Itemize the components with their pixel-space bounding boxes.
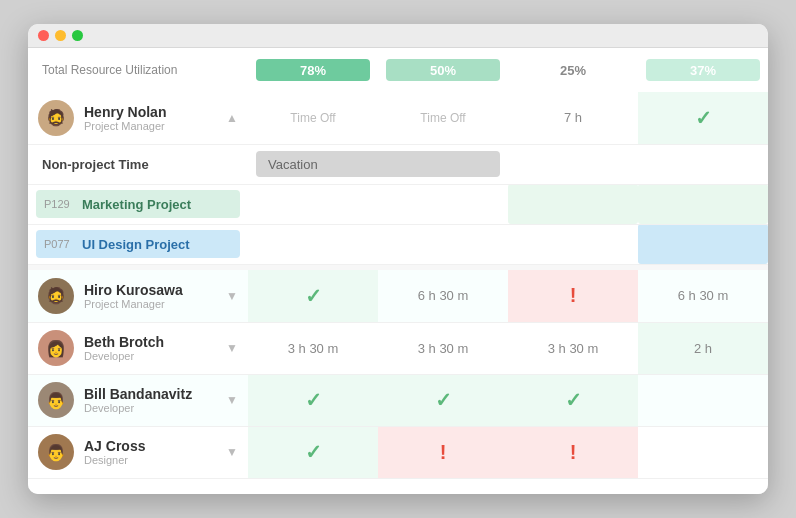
henry-col3: 7 h <box>508 92 638 144</box>
titlebar <box>28 24 768 48</box>
person-role-aj: Designer <box>84 454 216 466</box>
warn-icon-hiro3: ! <box>570 284 577 306</box>
util-col-2: 50% <box>378 48 508 92</box>
avatar-bill: 👨 <box>38 382 74 418</box>
person-row-hiro: 🧔 Hiro Kurosawa Project Manager ▼ ✓ 6 h … <box>28 270 768 322</box>
avatar-henry: 🧔 <box>38 100 74 136</box>
marketing-col1 <box>248 184 378 224</box>
person-cell-bill: 👨 Bill Bandanavitz Developer ▼ <box>28 374 248 426</box>
expand-beth[interactable]: ▼ <box>226 341 238 355</box>
design-col2 <box>378 224 508 264</box>
project-cell-marketing: P129 Marketing Project <box>28 184 248 224</box>
util-col-3: 25% <box>508 48 638 92</box>
hiro-col2: 6 h 30 m <box>378 270 508 322</box>
check-icon-bill3: ✓ <box>565 389 582 411</box>
bill-col1: ✓ <box>248 374 378 426</box>
hiro-col4: 6 h 30 m <box>638 270 768 322</box>
check-icon-aj1: ✓ <box>305 441 322 463</box>
person-name-beth: Beth Brotch <box>84 334 216 350</box>
vacation-cell: Vacation <box>248 144 508 184</box>
person-name-henry: Henry Nolan <box>84 104 216 120</box>
expand-hiro[interactable]: ▼ <box>226 289 238 303</box>
design-col4 <box>638 224 768 264</box>
aj-col2: ! <box>378 426 508 478</box>
util-col-1: 78% <box>248 48 378 92</box>
hiro-col1: ✓ <box>248 270 378 322</box>
main-content: Total Resource Utilization 78% 50% 25% <box>28 48 768 494</box>
marketing-col3 <box>508 184 638 224</box>
app-window: Total Resource Utilization 78% 50% 25% <box>28 24 768 494</box>
util-bar-2: 50% <box>386 59 500 81</box>
non-project-col4 <box>638 144 768 184</box>
henry-col2: Time Off <box>378 92 508 144</box>
project-row-design: P077 UI Design Project <box>28 224 768 264</box>
person-name-bill: Bill Bandanavitz <box>84 386 216 402</box>
design-col3 <box>508 224 638 264</box>
avatar-hiro: 🧔 <box>38 278 74 314</box>
henry-col1: Time Off <box>248 92 378 144</box>
project-cell-design: P077 UI Design Project <box>28 224 248 264</box>
maximize-button[interactable] <box>72 30 83 41</box>
person-name-hiro: Hiro Kurosawa <box>84 282 216 298</box>
henry-col4: ✓ <box>638 92 768 144</box>
check-icon-henry4: ✓ <box>695 107 712 129</box>
person-row-beth: 👩 Beth Brotch Developer ▼ 3 h 30 m 3 h 3… <box>28 322 768 374</box>
beth-col2: 3 h 30 m <box>378 322 508 374</box>
warn-icon-aj2: ! <box>440 441 447 463</box>
person-cell-henry: 🧔 Henry Nolan Project Manager ▲ <box>28 92 248 144</box>
expand-aj[interactable]: ▼ <box>226 445 238 459</box>
hiro-col3: ! <box>508 270 638 322</box>
bill-col4 <box>638 374 768 426</box>
design-col1 <box>248 224 378 264</box>
project-row-marketing: P129 Marketing Project <box>28 184 768 224</box>
util-bar-4: 37% <box>646 59 760 81</box>
non-project-col3 <box>508 144 638 184</box>
beth-col3: 3 h 30 m <box>508 322 638 374</box>
header-row: Total Resource Utilization 78% 50% 25% <box>28 48 768 92</box>
util-col-4: 37% <box>638 48 768 92</box>
person-row-aj: 👨 AJ Cross Designer ▼ ✓ ! ! <box>28 426 768 478</box>
person-role-henry: Project Manager <box>84 120 216 132</box>
non-project-row: Non-project Time Vacation <box>28 144 768 184</box>
person-cell-hiro: 🧔 Hiro Kurosawa Project Manager ▼ <box>28 270 248 322</box>
aj-col1: ✓ <box>248 426 378 478</box>
person-cell-aj: 👨 AJ Cross Designer ▼ <box>28 426 248 478</box>
beth-col1: 3 h 30 m <box>248 322 378 374</box>
vacation-bar: Vacation <box>256 151 500 177</box>
bill-col2: ✓ <box>378 374 508 426</box>
avatar-aj: 👨 <box>38 434 74 470</box>
person-name-aj: AJ Cross <box>84 438 216 454</box>
minimize-button[interactable] <box>55 30 66 41</box>
bill-col3: ✓ <box>508 374 638 426</box>
collapse-henry[interactable]: ▲ <box>226 111 238 125</box>
person-role-hiro: Project Manager <box>84 298 216 310</box>
aj-col4 <box>638 426 768 478</box>
check-icon-hiro1: ✓ <box>305 285 322 307</box>
person-cell-beth: 👩 Beth Brotch Developer ▼ <box>28 322 248 374</box>
marketing-col4 <box>638 184 768 224</box>
total-resource-label: Total Resource Utilization <box>42 63 177 77</box>
beth-col4: 2 h <box>638 322 768 374</box>
marketing-col2 <box>378 184 508 224</box>
aj-col3: ! <box>508 426 638 478</box>
person-role-beth: Developer <box>84 350 216 362</box>
person-row-bill: 👨 Bill Bandanavitz Developer ▼ ✓ ✓ ✓ <box>28 374 768 426</box>
expand-bill[interactable]: ▼ <box>226 393 238 407</box>
section-label: Non-project Time <box>28 144 248 184</box>
check-icon-bill2: ✓ <box>435 389 452 411</box>
avatar-beth: 👩 <box>38 330 74 366</box>
close-button[interactable] <box>38 30 49 41</box>
project-name-design: UI Design Project <box>82 237 190 252</box>
project-id-marketing: P129 <box>44 198 74 210</box>
util-bar-1: 78% <box>256 59 370 81</box>
check-icon-bill1: ✓ <box>305 389 322 411</box>
project-name-marketing: Marketing Project <box>82 197 191 212</box>
project-id-design: P077 <box>44 238 74 250</box>
warn-icon-aj3: ! <box>570 441 577 463</box>
person-row-henry: 🧔 Henry Nolan Project Manager ▲ Time Off… <box>28 92 768 144</box>
person-role-bill: Developer <box>84 402 216 414</box>
